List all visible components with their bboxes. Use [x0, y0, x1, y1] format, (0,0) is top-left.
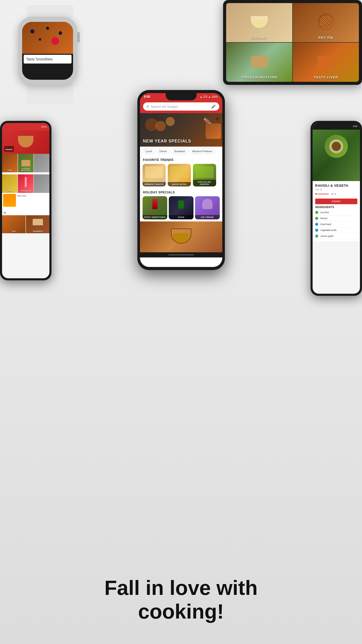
trend-card-crepes[interactable]: FUN-FILLED CREPES — [193, 164, 216, 186]
watch-berries-bg — [22, 22, 73, 54]
watch-band-bottom — [27, 84, 73, 104]
holiday-label-juice: JUICE — [169, 215, 193, 219]
tab-servings-label: SERVINGS — [318, 193, 329, 195]
tab-other[interactable]: ⏱ O — [331, 193, 336, 195]
filter-chips-row: Lunch Dinner Breakfast Mashed Potatoes — [140, 147, 222, 156]
phone-content-scroll[interactable]: 🍬 ❄ NEW YEAR SPECIALS Lunch Dinner Break… — [140, 113, 222, 267]
phone-search-placeholder: Search for recipes — [151, 105, 209, 109]
tablet-screen: CREAMY POT PIE CHICKEN MUSTARD TASTY LIV… — [226, 3, 359, 82]
hero-label: NEW YEAR SPECIALS — [143, 139, 191, 144]
watch-screen-image — [22, 22, 73, 54]
lp-cell-pizza[interactable]: ZZA — [2, 215, 25, 233]
holiday-card-juice[interactable]: JUICE — [169, 196, 193, 219]
chip-breakfast[interactable]: Breakfast — [171, 149, 188, 154]
left-phone-header: 100% — [2, 123, 49, 131]
watch-screen: Tasty Smoothies — [22, 22, 73, 80]
lp-cell-healthy-label: LTHY — [2, 190, 17, 192]
watch-label-box: Tasty Smoothies — [24, 55, 72, 64]
right-hero-overlay — [313, 130, 360, 181]
lp-cell-extra[interactable] — [34, 174, 49, 193]
left-phone-status: 100% — [41, 126, 47, 128]
cook-button[interactable]: COOKI — [315, 199, 357, 204]
center-phone-screen: 9:00 ▲ LTE ▲ 100% ≡ Search for recipes 🎤… — [140, 93, 222, 267]
tablet-cell-label-liver: TASTY LIVER — [293, 75, 359, 79]
left-phone-device: 100% SOUPS T PIE CHICKEN MUSTARD — [0, 121, 59, 280]
watch-device: Tasty Smoothies — [10, 5, 90, 104]
lp-section-3-title: ES — [2, 211, 49, 215]
watch-band-top — [27, 5, 73, 18]
ingredient-row-dried-basil: Dried basil — [315, 221, 357, 227]
ingredient-dot-dried-basil — [315, 223, 318, 226]
trend-label-crepes: FUN-FILLED CREPES — [193, 180, 216, 186]
center-phone-notch — [166, 93, 197, 100]
lp-section-2-title — [2, 172, 49, 174]
right-phone-body: 9:00 RAVIOLI & VEGETA Top 10 🍽 — [311, 121, 362, 296]
tablet-body: CREAMY POT PIE CHICKEN MUSTARD TASTY LIV… — [223, 0, 362, 85]
lp-cell-pie[interactable]: T PIE — [2, 154, 17, 172]
lp-cell-chicken[interactable]: CHICKEN MUSTARD — [18, 154, 33, 172]
holiday-label-icecream: ICE CREAM — [195, 215, 220, 219]
lp-row2: LTHY POPSICLES — [2, 174, 49, 193]
phone-bottom-food-image — [140, 221, 222, 252]
servings-icon: 🍽 — [315, 193, 317, 195]
ingredient-name-ravioli: Ravioli — [320, 217, 327, 220]
tagline-section: Fall in love with cooking! — [0, 576, 362, 623]
tab-other-label: O — [334, 193, 336, 195]
holiday-card-smoothies[interactable]: TASTY SMOOTHIES — [143, 196, 167, 219]
phone-search-input-box[interactable]: ≡ Search for recipes 🎤 — [143, 102, 219, 111]
trend-card-quick-bites[interactable]: QUICK BITES — [168, 164, 191, 186]
lp-cell-popsicles-label: POPSICLES — [18, 190, 33, 192]
ingredient-name-dried-basil: Dried basil — [320, 223, 331, 226]
ingredient-name-zucchini: Zucchini — [320, 211, 329, 214]
lp-cell-popsicles[interactable]: POPSICLES — [18, 174, 33, 193]
trend-card-french-toasts[interactable]: FRENCH TOASTS — [143, 164, 166, 186]
lp-cell-sandwich-label: SANDWICH — [26, 230, 49, 232]
trend-label-quick: QUICK BITES — [168, 182, 191, 186]
phone-home-indicator — [140, 252, 222, 257]
ingredients-title: INGREDIENTS — [315, 206, 357, 209]
watch-body: Tasty Smoothies — [18, 17, 77, 85]
lp-bottom-grid: ZZA SANDWICH — [2, 215, 49, 233]
tab-servings[interactable]: 🍽 SERVINGS — [315, 193, 329, 195]
tablet-cell-creamy[interactable]: CREAMY — [226, 3, 292, 42]
tablet-cell-chicken[interactable]: CHICKEN MUSTARD — [226, 43, 292, 82]
tablet-cell-potpie[interactable]: POT PIE — [293, 3, 359, 42]
tablet-device: CREAMY POT PIE CHICKEN MUSTARD TASTY LIV… — [223, 0, 362, 85]
left-phone-screen: 100% SOUPS T PIE CHICKEN MUSTARD — [2, 123, 49, 278]
right-phone-status: 9:00 — [353, 125, 357, 128]
hamburger-icon: ≡ — [147, 104, 149, 109]
left-hero-label: SOUPS — [5, 148, 13, 151]
tablet-cell-liver[interactable]: TASTY LIVER — [293, 43, 359, 82]
ingredient-dot-ravioli — [315, 217, 318, 220]
right-phone-screen: 9:00 RAVIOLI & VEGETA Top 10 🍽 — [313, 123, 360, 294]
home-bar — [168, 254, 194, 255]
section-holiday-specials: HOLIDAY SPECIALS — [140, 189, 222, 195]
phone-time: 9:00 — [144, 95, 150, 99]
right-phone-tabs: 🍽 SERVINGS ⏱ O — [315, 193, 357, 197]
tablet-cell-label-chicken: CHICKEN MUSTARD — [226, 75, 292, 79]
clock-icon: ⏱ — [331, 193, 333, 195]
ingredient-row-cloves-garlic: Cloves garlic — [315, 233, 357, 239]
lp-cell-3[interactable] — [34, 154, 49, 172]
ingredient-name-veg-broth: Vegetable broth — [320, 229, 337, 231]
right-recipe-title: RAVIOLI & VEGETA — [315, 184, 348, 187]
holiday-card-icecream[interactable]: ICE CREAM — [195, 196, 220, 219]
microphone-icon: 🎤 — [211, 104, 216, 109]
center-phone-device: 9:00 ▲ LTE ▲ 100% ≡ Search for recipes 🎤… — [137, 90, 225, 270]
chip-dinner[interactable]: Dinner — [157, 149, 170, 154]
left-phone-body: 100% SOUPS T PIE CHICKEN MUSTARD — [0, 121, 51, 280]
ingredient-dot-zucchini — [315, 211, 318, 214]
tagline-line1: Fall in love with — [0, 576, 362, 600]
chip-mashed[interactable]: Mashed Potatoes — [189, 149, 215, 154]
lp-cell-sandwich[interactable]: SANDWICH — [26, 215, 49, 233]
chip-lunch[interactable]: Lunch — [143, 149, 155, 154]
ingredient-dot-cloves-garlic — [315, 235, 318, 238]
right-recipe-subtitle: Top 10 — [315, 188, 357, 191]
phone-hero-banner[interactable]: 🍬 ❄ NEW YEAR SPECIALS — [140, 113, 222, 147]
ingredient-row-zucchini: Zucchini — [315, 210, 357, 216]
ingredient-dot-veg-broth — [315, 229, 318, 232]
holiday-grid: TASTY SMOOTHIES JUICE ICE CREAM — [140, 195, 222, 221]
trend-label-french: FRENCH TOASTS — [143, 182, 166, 186]
lp-cell-healthy[interactable]: LTHY — [2, 174, 17, 193]
tablet-cell-label-potpie: POT PIE — [293, 36, 359, 40]
